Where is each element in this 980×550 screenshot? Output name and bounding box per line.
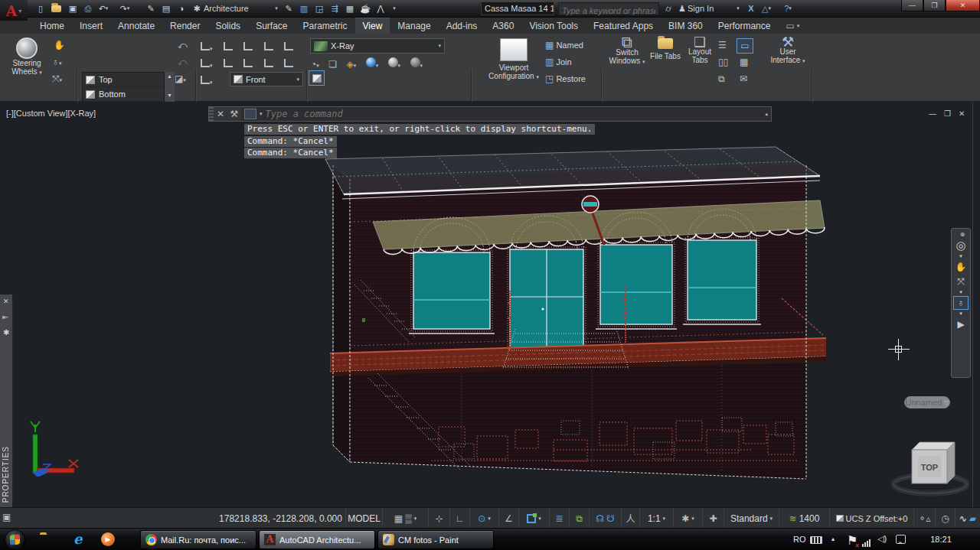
command-close-icon[interactable]: [214, 109, 227, 119]
moon-sphere-icon[interactable]: [410, 57, 420, 67]
polar-tracking-toggle[interactable]: [470, 508, 499, 529]
navbar-zoom-caret[interactable]: [953, 289, 969, 295]
new-file-icon[interactable]: [34, 2, 47, 15]
navbar-close-icon[interactable]: [955, 230, 970, 238]
snap-caret[interactable]: [414, 516, 417, 522]
view-list-item-bottom[interactable]: Bottom: [83, 87, 164, 102]
doc-close-icon[interactable]: [959, 109, 965, 118]
search-binoculars-icon[interactable]: [662, 2, 675, 15]
ucs-z-icon[interactable]: [243, 59, 253, 67]
tab-surface[interactable]: Surface: [248, 18, 295, 34]
highlight-sphere-icon[interactable]: [388, 57, 398, 67]
tab-manage[interactable]: Manage: [390, 18, 438, 34]
ucs-rotate-icon[interactable]: [224, 59, 233, 67]
tab-insert[interactable]: Insert: [72, 18, 110, 34]
ucs-view-icon[interactable]: [264, 42, 273, 50]
ucs-3point-icon[interactable]: [284, 59, 293, 67]
model-space-button[interactable]: MODEL: [346, 508, 383, 529]
layout-tabs-button[interactable]: LayoutTabs: [684, 38, 716, 64]
tile-vertical-icon[interactable]: [718, 57, 728, 67]
hidden-icons-caret[interactable]: [831, 535, 835, 542]
navbar-zoom-icon[interactable]: [953, 275, 969, 288]
render-teapot-icon[interactable]: [358, 2, 372, 15]
annotation-visibility-icon[interactable]: [596, 513, 604, 524]
etransmit-icon[interactable]: [328, 2, 341, 15]
column-grid-icon[interactable]: [159, 2, 173, 15]
minimize-button[interactable]: [901, 0, 923, 11]
restore-viewports-button[interactable]: Restore: [545, 73, 586, 84]
exchange-x-icon[interactable]: [744, 2, 758, 15]
viewport-configuration-button[interactable]: Viewport Configuration: [488, 38, 539, 81]
restore-button[interactable]: [923, 0, 946, 11]
annotation-monitor-plus[interactable]: [703, 508, 724, 529]
view-direction-select[interactable]: Front: [230, 72, 303, 86]
switch-windows-button[interactable]: Switch Windows: [609, 38, 645, 66]
sketch-icon[interactable]: [144, 2, 158, 15]
calculator-icon[interactable]: [740, 57, 748, 67]
command-input[interactable]: [266, 109, 763, 119]
clock-time[interactable]: 18:21: [923, 535, 959, 544]
redo-button[interactable]: [118, 2, 132, 15]
ucs-named-icon[interactable]: [224, 42, 233, 50]
named-viewports-button[interactable]: Named: [545, 40, 583, 50]
zoom-extents-icon[interactable]: [52, 73, 62, 84]
ucs-x-icon[interactable]: [201, 59, 210, 67]
viewport-controls-label[interactable]: [-][Custom View][X-Ray]: [6, 109, 96, 118]
ortho-toggle[interactable]: [450, 508, 470, 529]
navbar-wheel-caret[interactable]: [953, 253, 969, 259]
elevation-display[interactable]: 1400: [779, 508, 830, 529]
open-file-icon[interactable]: [49, 2, 63, 15]
command-line[interactable]: [208, 106, 772, 122]
grid-display-icon[interactable]: [394, 513, 403, 524]
network-signal-icon[interactable]: [862, 536, 871, 550]
navbar-showmotion-icon[interactable]: [953, 317, 969, 331]
network-plug-icon[interactable]: [896, 535, 906, 544]
search-input[interactable]: [559, 5, 658, 17]
file-tabs-button[interactable]: File Tabs: [648, 38, 682, 60]
command-wrench-icon[interactable]: [227, 109, 241, 119]
ucs-origin-icon[interactable]: [201, 76, 210, 84]
tripod-icon[interactable]: [622, 508, 640, 529]
tab-render[interactable]: Render: [162, 18, 207, 34]
workspace-switcher[interactable]: Architecture: [204, 4, 249, 13]
sign-in-caret[interactable]: [731, 2, 745, 15]
mirror-icon[interactable]: [374, 2, 387, 15]
appearance-extra-icon[interactable]: [175, 73, 186, 84]
autoscale-toggle[interactable]: [570, 508, 590, 529]
start-button[interactable]: [5, 529, 25, 550]
orbit-icon[interactable]: [52, 57, 62, 67]
taskbar-item-autocad[interactable]: A AutoCAD Architectu...: [259, 530, 375, 549]
view-list-item-top[interactable]: Top: [83, 73, 164, 87]
navbar-orbit-icon[interactable]: [953, 296, 969, 310]
recent-commands-caret[interactable]: [260, 111, 263, 117]
drawing-canvas[interactable]: [-][Custom View][X-Ray] Press ESC or ENT…: [0, 102, 980, 507]
materials-texture-icon[interactable]: [346, 59, 353, 70]
ucs-zaxis-icon[interactable]: [264, 59, 273, 67]
tab-home[interactable]: Home: [32, 18, 72, 34]
doc-minimize-icon[interactable]: [929, 109, 936, 118]
keyboard-icon[interactable]: [810, 536, 822, 544]
cascade-icon[interactable]: [718, 73, 725, 84]
clean-screen-icon[interactable]: [969, 513, 976, 524]
doc-restore-icon[interactable]: [944, 109, 951, 118]
save-icon[interactable]: [66, 2, 80, 15]
a360-icon[interactable]: [760, 2, 773, 15]
command-history-caret[interactable]: [765, 111, 768, 117]
quick-properties-icon[interactable]: [2, 512, 11, 522]
navbar-pan-icon[interactable]: [953, 260, 969, 274]
object-snap-toggle[interactable]: [519, 508, 550, 529]
annotation-autoscale-icon[interactable]: [606, 513, 615, 524]
sign-in-link[interactable]: Sign In: [688, 4, 714, 13]
palette-close-icon[interactable]: [3, 298, 9, 305]
workspace-gear-switcher[interactable]: [674, 508, 703, 529]
sheetset-icon[interactable]: [343, 2, 357, 15]
contrast-icon[interactable]: [175, 2, 188, 15]
navbar-steering-wheel-icon[interactable]: [953, 239, 969, 252]
infer-constraints-toggle[interactable]: [429, 508, 450, 529]
tab-annotate[interactable]: Annotate: [110, 18, 162, 34]
join-viewports-button[interactable]: Join: [545, 57, 572, 67]
pan-hand-icon[interactable]: [54, 40, 65, 50]
ucs-world-icon[interactable]: [201, 42, 210, 50]
properties-palette-bar[interactable]: PROPERTIES: [0, 295, 13, 507]
tab-addins[interactable]: Add-ins: [439, 18, 485, 34]
